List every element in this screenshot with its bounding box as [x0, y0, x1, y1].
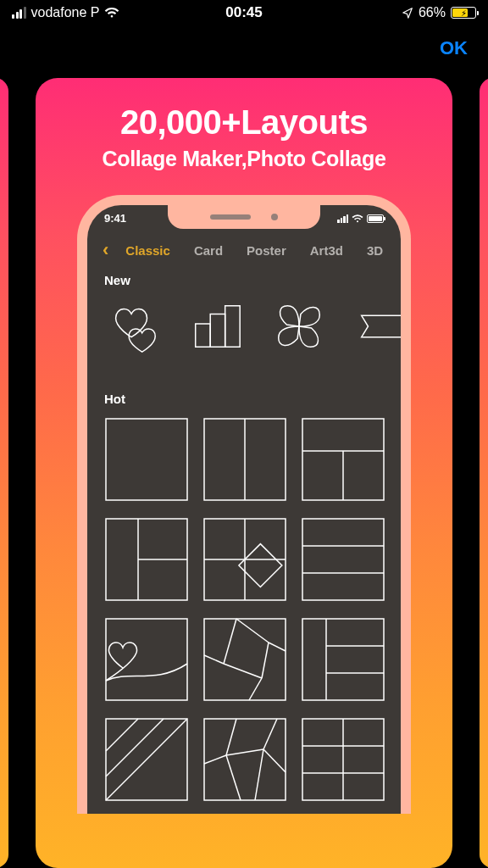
- svg-rect-0: [196, 324, 210, 347]
- layout-1x1[interactable]: [104, 417, 189, 502]
- svg-line-44: [263, 749, 286, 772]
- location-icon: [402, 7, 413, 19]
- layout-tag-icon[interactable]: [353, 297, 411, 356]
- layout-strip-v[interactable]: [301, 617, 385, 702]
- layout-pinwheel[interactable]: [202, 617, 287, 702]
- layout-bars-icon[interactable]: [187, 297, 245, 356]
- svg-line-39: [226, 749, 263, 755]
- svg-line-40: [263, 719, 277, 749]
- layout-grid-2x3[interactable]: [301, 717, 385, 802]
- status-left: vodafone P: [12, 5, 119, 20]
- inner-signal-icon: [337, 214, 348, 223]
- svg-line-37: [226, 719, 236, 755]
- layout-clover-icon[interactable]: [270, 297, 328, 356]
- layout-corner-fan[interactable]: [104, 717, 189, 802]
- promo-slide-next[interactable]: [480, 78, 488, 868]
- tab-poster[interactable]: Poster: [235, 243, 298, 258]
- svg-line-22: [204, 655, 224, 664]
- svg-line-27: [236, 619, 269, 643]
- layout-diamond[interactable]: [202, 517, 287, 602]
- hot-layouts-grid: [104, 417, 384, 814]
- svg-rect-2: [225, 306, 240, 348]
- inner-status-bar: 9:41: [87, 212, 401, 225]
- svg-rect-19: [106, 619, 187, 700]
- promo-subtitle: Collage Maker,Photo Collage: [36, 147, 452, 171]
- svg-line-23: [224, 664, 262, 678]
- svg-line-38: [204, 755, 226, 764]
- promo-slide-current: 20,000+Layouts Collage Maker,Photo Colla…: [36, 78, 452, 868]
- nav-bar: OK: [0, 25, 488, 71]
- status-right: 66% ⚡︎: [402, 5, 476, 20]
- layout-3h[interactable]: [301, 517, 385, 602]
- section-hot-label: Hot: [104, 392, 125, 406]
- svg-rect-20: [204, 619, 286, 700]
- svg-rect-16: [302, 519, 384, 600]
- inner-wifi-icon: [352, 214, 363, 223]
- svg-line-25: [262, 643, 269, 678]
- svg-rect-28: [302, 619, 384, 700]
- new-layouts-row: [104, 297, 401, 356]
- svg-rect-3: [106, 419, 187, 500]
- layout-l-shape[interactable]: [104, 517, 189, 602]
- svg-rect-1: [210, 314, 225, 347]
- battery-pct: 66%: [419, 5, 446, 20]
- svg-line-34: [106, 719, 164, 776]
- device-status-bar: vodafone P 00:45 66% ⚡︎: [0, 0, 488, 25]
- tab-classic[interactable]: Classic: [114, 243, 182, 258]
- svg-line-35: [106, 719, 187, 800]
- category-tabs: ‹ Classic Card Poster Art3d 3D: [87, 239, 401, 261]
- inner-battery-icon: [367, 214, 384, 223]
- inner-time: 9:41: [104, 212, 126, 225]
- layout-2v[interactable]: [202, 417, 287, 502]
- tab-card[interactable]: Card: [182, 243, 235, 258]
- svg-line-41: [255, 749, 263, 800]
- svg-line-24: [249, 678, 262, 700]
- layout-heart-curve[interactable]: [104, 617, 189, 702]
- svg-line-43: [226, 755, 241, 800]
- carrier-label: vodafone P: [31, 5, 100, 20]
- svg-line-21: [224, 619, 236, 664]
- layout-1-2[interactable]: [301, 417, 385, 502]
- ok-button[interactable]: OK: [440, 37, 468, 59]
- svg-line-26: [269, 643, 286, 651]
- clock-label: 00:45: [225, 4, 262, 21]
- phone-mockup: 9:41 ‹ Classic Card Poster Art3d 3D New: [77, 195, 411, 814]
- back-chevron-icon[interactable]: ‹: [103, 239, 114, 261]
- signal-icon: [12, 7, 26, 19]
- battery-icon: ⚡︎: [451, 7, 476, 19]
- tab-3d[interactable]: 3D: [355, 243, 395, 258]
- inner-status-icons: [337, 212, 384, 225]
- wifi-icon: [104, 7, 119, 19]
- layout-hearts-icon[interactable]: [104, 297, 162, 356]
- promo-slide-prev[interactable]: [0, 78, 8, 868]
- svg-line-33: [106, 719, 138, 751]
- tab-art3d[interactable]: Art3d: [298, 243, 355, 258]
- section-new-label: New: [104, 273, 130, 287]
- layout-penta[interactable]: [202, 717, 287, 802]
- promo-carousel[interactable]: 20,000+Layouts Collage Maker,Photo Colla…: [0, 71, 488, 868]
- promo-title: 20,000+Layouts: [36, 103, 452, 142]
